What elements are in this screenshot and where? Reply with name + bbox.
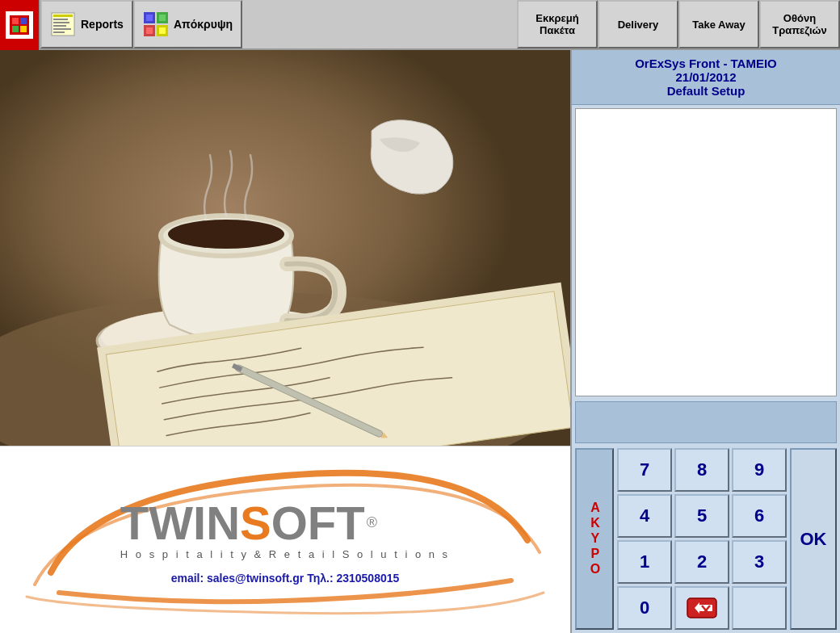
svg-rect-19 bbox=[159, 27, 166, 34]
num-8-button[interactable]: 8 bbox=[674, 448, 729, 492]
delivery-label: Delivery bbox=[618, 19, 659, 31]
logo-twin: TWIN bbox=[120, 496, 240, 550]
svg-rect-9 bbox=[53, 25, 66, 27]
system-setup: Default Setup bbox=[575, 84, 837, 98]
num-4-button[interactable]: 4 bbox=[617, 494, 672, 538]
reports-icon bbox=[50, 11, 76, 37]
num-5-button[interactable]: 5 bbox=[674, 494, 729, 538]
close-icon bbox=[6, 11, 33, 39]
svg-rect-4 bbox=[20, 26, 27, 32]
svg-point-27 bbox=[168, 220, 284, 249]
svg-rect-8 bbox=[53, 22, 69, 23]
backspace-button[interactable] bbox=[674, 586, 729, 630]
svg-rect-18 bbox=[146, 27, 153, 34]
takeaway-button[interactable]: Take Away bbox=[678, 0, 759, 48]
order-display bbox=[575, 108, 837, 396]
coffee-image bbox=[0, 50, 570, 446]
system-date: 21/01/2012 bbox=[575, 70, 837, 84]
hide-icon bbox=[143, 11, 169, 37]
svg-rect-3 bbox=[12, 26, 19, 32]
svg-rect-17 bbox=[159, 15, 166, 21]
num-2-button[interactable]: 2 bbox=[674, 540, 729, 584]
num-6-button[interactable]: 6 bbox=[732, 494, 787, 538]
num-9-button[interactable]: 9 bbox=[732, 448, 787, 492]
toolbar: Reports Απόκρυψη Εκκρεμή Πακέτα Delivery… bbox=[0, 0, 840, 50]
tables-line1: Οθόνη bbox=[783, 12, 816, 24]
logo-oft: OFT bbox=[271, 496, 365, 550]
info-header: OrExSys Front - TAMEIO 21/01/2012 Defaul… bbox=[572, 50, 840, 105]
cancel-label: ΑΚΥΡΟ bbox=[586, 501, 603, 577]
svg-rect-11 bbox=[53, 31, 65, 33]
num-0-button[interactable]: 0 bbox=[617, 586, 672, 630]
cancel-button[interactable]: ΑΚΥΡΟ bbox=[575, 448, 614, 630]
svg-rect-2 bbox=[20, 18, 27, 24]
logo-area: TWIN S OFT ® H o s p i t a l i t y & R e… bbox=[0, 446, 570, 633]
tables-button[interactable]: Οθόνη Τραπεζιών bbox=[759, 0, 840, 48]
backspace-icon bbox=[687, 597, 717, 618]
svg-rect-6 bbox=[53, 15, 73, 17]
left-panel: TWIN S OFT ® H o s p i t a l i t y & R e… bbox=[0, 50, 570, 633]
tables-line2: Τραπεζιών bbox=[772, 24, 827, 36]
logo-s: S bbox=[240, 496, 271, 550]
svg-rect-16 bbox=[146, 15, 153, 21]
twinsoft-logo: TWIN S OFT ® bbox=[120, 496, 450, 550]
pending-button[interactable]: Εκκρεμή Πακέτα bbox=[517, 0, 598, 48]
hide-label: Απόκρυψη bbox=[174, 18, 233, 31]
svg-rect-7 bbox=[53, 19, 68, 20]
logo-registered: ® bbox=[367, 514, 377, 531]
amount-display bbox=[575, 401, 837, 443]
num-3-button[interactable]: 3 bbox=[732, 540, 787, 584]
close-button[interactable] bbox=[0, 0, 40, 50]
reports-button[interactable]: Reports bbox=[40, 0, 133, 48]
system-title: OrExSys Front - TAMEIO bbox=[575, 57, 837, 70]
right-panel: OrExSys Front - TAMEIO 21/01/2012 Defaul… bbox=[570, 50, 840, 633]
ok-label: OK bbox=[800, 529, 827, 550]
pending-line1: Εκκρεμή bbox=[536, 12, 578, 24]
hide-button[interactable]: Απόκρυψη bbox=[133, 0, 242, 48]
logo-tagline: H o s p i t a l i t y & R e t a i l S o … bbox=[120, 548, 450, 560]
svg-rect-1 bbox=[12, 18, 19, 24]
main-content: TWIN S OFT ® H o s p i t a l i t y & R e… bbox=[0, 50, 840, 633]
ok-button[interactable]: OK bbox=[790, 448, 837, 630]
num-dot-button[interactable] bbox=[732, 586, 787, 630]
takeaway-label: Take Away bbox=[692, 19, 746, 31]
delivery-button[interactable]: Delivery bbox=[598, 0, 678, 48]
pending-line2: Πακέτα bbox=[540, 24, 575, 36]
svg-rect-10 bbox=[53, 28, 71, 30]
logo-contact: email: sales@twinsoft.gr Τηλ.: 231050801… bbox=[120, 572, 450, 585]
reports-label: Reports bbox=[81, 18, 124, 31]
numpad-container: ΑΚΥΡΟ 7 8 9 4 5 6 1 2 3 0 bbox=[572, 445, 840, 633]
num-7-button[interactable]: 7 bbox=[617, 448, 672, 492]
numpad: 7 8 9 4 5 6 1 2 3 0 bbox=[617, 448, 787, 630]
toolbar-spacer bbox=[242, 0, 517, 48]
num-1-button[interactable]: 1 bbox=[617, 540, 672, 584]
